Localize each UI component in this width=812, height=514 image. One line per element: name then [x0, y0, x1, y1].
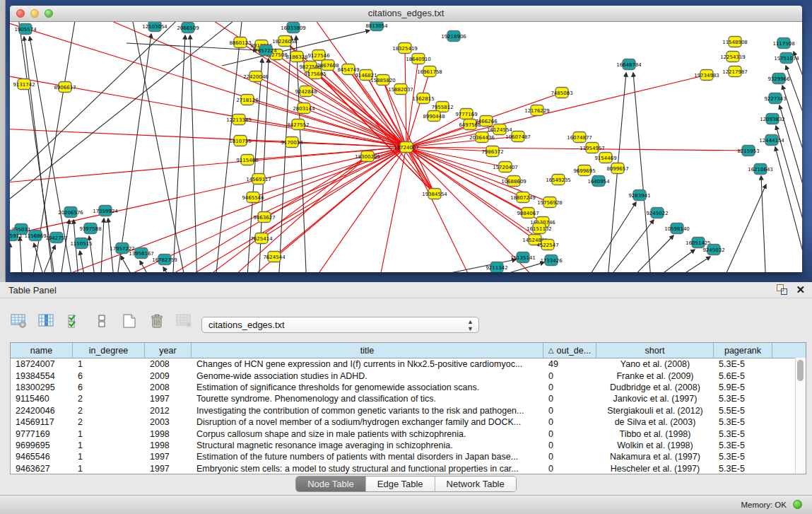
tab-network-table[interactable]: Network Table: [435, 477, 516, 491]
graph-node[interactable]: 15135141: [510, 252, 536, 263]
column-header-in-degree[interactable]: in_degree: [73, 343, 145, 358]
graph-node[interactable]: 2803144: [293, 103, 315, 114]
graph-node[interactable]: 14569117: [246, 174, 271, 185]
column-header-year[interactable]: year: [145, 343, 192, 358]
graph-node[interactable]: 9127546: [307, 50, 330, 61]
column-header-title[interactable]: title: [192, 343, 543, 358]
graph-node[interactable]: 17359924: [93, 206, 118, 216]
table-scrollbar[interactable]: [795, 358, 806, 474]
network-window-titlebar[interactable]: citations_edges.txt: [10, 6, 802, 22]
graph-node[interactable]: 19734983: [694, 70, 719, 81]
tab-edge-table[interactable]: Edge Table: [366, 477, 435, 491]
graph-node[interactable]: 9170034: [281, 137, 303, 148]
graph-node[interactable]: 8813054: [365, 22, 388, 31]
graph-node[interactable]: 20206576: [58, 207, 83, 218]
unselect-all-columns-icon[interactable]: [93, 312, 111, 330]
table-row[interactable]: 1830029562008Estimation of significance …: [11, 382, 806, 393]
graph-node[interactable]: 8215953: [737, 146, 759, 156]
graph-node[interactable]: 10598140: [664, 223, 690, 234]
graph-node[interactable]: 22420046: [243, 71, 269, 82]
delete-columns-icon[interactable]: [148, 312, 166, 330]
graph-node[interactable]: 16051425: [686, 238, 711, 248]
graph-node[interactable]: 18325419: [392, 43, 418, 54]
table-row[interactable]: 2242004622012Investigating the contribut…: [11, 405, 806, 416]
graph-node[interactable]: 19218906: [441, 31, 466, 42]
graph-node[interactable]: 1640954: [587, 176, 610, 187]
column-header-pagerank[interactable]: pagerank: [714, 343, 772, 358]
table-row[interactable]: 1872400712008Changes of HCN gene express…: [11, 358, 806, 370]
graph-node[interactable]: 9283941: [628, 190, 650, 201]
network-canvas[interactable]: 1872400788601238912955182260589127508818…: [10, 22, 802, 272]
graph-node[interactable]: 18640910: [406, 54, 431, 64]
graph-node[interactable]: 9154469: [594, 153, 616, 163]
graph-node[interactable]: 19384554: [422, 189, 447, 199]
close-icon[interactable]: ✕: [796, 284, 805, 295]
graph-node[interactable]: 9245022: [646, 208, 668, 218]
graph-node[interactable]: 12254319: [720, 52, 746, 62]
new-column-icon[interactable]: [120, 312, 139, 330]
tab-node-table[interactable]: Node Table: [296, 477, 366, 491]
graph-node[interactable]: 9227343: [764, 93, 786, 104]
graph-node[interactable]: 16210643: [748, 164, 773, 175]
graph-node[interactable]: 12176229: [524, 105, 550, 116]
graph-node[interactable]: 18300295: [355, 151, 380, 162]
graph-node[interactable]: 16033809: [281, 23, 306, 33]
graph-node[interactable]: 9465546: [242, 192, 264, 203]
column-header-name[interactable]: name: [11, 343, 73, 358]
table-scrollbar-thumb[interactable]: [797, 360, 804, 381]
graph-node[interactable]: 7485083: [551, 88, 572, 98]
graph-node[interactable]: 1810755: [229, 136, 251, 146]
column-header-out-de-[interactable]: △out_de...: [543, 343, 596, 358]
table-row[interactable]: 946554611997Estimation of the future num…: [11, 451, 806, 462]
graph-node[interactable]: 16648784: [616, 59, 642, 70]
graph-node[interactable]: 9699695: [573, 165, 595, 176]
graph-node[interactable]: 9245032: [702, 245, 724, 255]
table-mode-icon[interactable]: [10, 312, 28, 330]
graph-node[interactable]: 15882037: [388, 84, 413, 95]
show-columns-icon[interactable]: [37, 312, 56, 330]
graph-node[interactable]: 9329966: [767, 74, 790, 84]
graph-node[interactable]: 12093832: [760, 114, 785, 124]
network-window[interactable]: citations_edges.txt 18724007886012389129…: [10, 6, 802, 272]
table-row[interactable]: 946362711997Embryonic stem cells: a mode…: [11, 463, 806, 474]
column-header-short[interactable]: short: [596, 343, 714, 358]
table-row[interactable]: 969969511998Structural magnetic resonanc…: [11, 440, 806, 451]
graph-node[interactable]: 16549235: [546, 175, 571, 185]
table-select-dropdown[interactable]: citations_edges.txt ▲▼: [201, 317, 479, 333]
graph-node[interactable]: 8906617: [54, 82, 76, 93]
graph-node[interactable]: 10607487: [505, 132, 531, 142]
graph-node[interactable]: 1362815: [412, 93, 434, 104]
graph-node[interactable]: 15720407: [493, 162, 518, 173]
graph-node[interactable]: 8860123: [229, 37, 251, 48]
table-row[interactable]: 1938455462009Genome-wide association stu…: [11, 370, 806, 381]
select-all-columns-icon[interactable]: [65, 312, 83, 330]
graph-node[interactable]: 9777169: [455, 109, 477, 119]
network-graph[interactable]: 1872400788601238912955182260589127508818…: [10, 22, 802, 272]
graph-node[interactable]: 8186328: [286, 52, 307, 62]
graph-node[interactable]: 7624544: [263, 252, 286, 262]
table-row[interactable]: 911546021997Tourette syndrome. Phenomeno…: [11, 393, 806, 404]
graph-node[interactable]: 1905574: [14, 24, 37, 35]
graph-node[interactable]: 8099657: [606, 163, 628, 174]
graph-node[interactable]: 2718126: [236, 95, 259, 105]
graph-node[interactable]: 16961758: [417, 66, 442, 77]
graph-node[interactable]: 1117508: [772, 38, 794, 49]
graph-node[interactable]: 11954957: [579, 143, 605, 153]
graph-node[interactable]: 9397588: [79, 223, 101, 234]
graph-node[interactable]: 16074877: [567, 132, 592, 143]
graph-node[interactable]: 1150515: [70, 238, 92, 249]
graph-node[interactable]: 12103054: [142, 22, 167, 32]
graph-node[interactable]: 15751074: [774, 53, 799, 64]
graph-node[interactable]: 9884067: [517, 208, 539, 218]
graph-node[interactable]: 11548908: [722, 37, 748, 47]
float-window-icon[interactable]: [777, 284, 787, 295]
graph-node[interactable]: 1733426: [540, 255, 563, 266]
table-row[interactable]: 1456911722003Disruption of a novel membe…: [11, 416, 806, 428]
table-row[interactable]: 977716911998Corpus callosum shape and si…: [11, 428, 806, 439]
graph-node[interactable]: 12217987: [722, 66, 748, 77]
citation-edge-black: [786, 66, 802, 128]
graph-node[interactable]: 9211342: [486, 262, 507, 273]
graph-node[interactable]: 2066509: [177, 23, 199, 33]
graph-node[interactable]: 18226058: [272, 36, 298, 47]
memory-ok-icon[interactable]: [793, 500, 802, 509]
